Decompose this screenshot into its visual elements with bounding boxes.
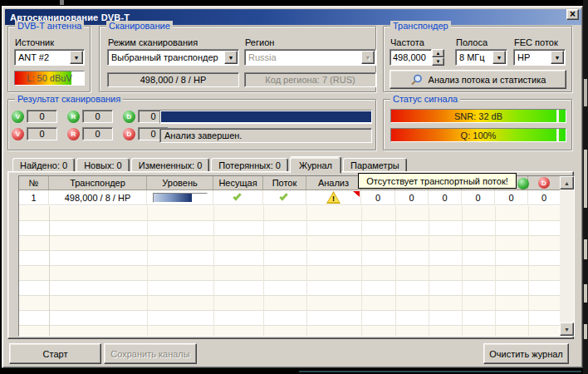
data-lost-icon: D xyxy=(123,128,135,140)
clear-journal-button[interactable]: Очистить журнал xyxy=(483,343,569,364)
frequency-label: Частота xyxy=(390,37,424,47)
bandwidth-combobox[interactable]: 8 МГц xyxy=(455,49,507,66)
background-artifact xyxy=(60,0,64,5)
row-level-bar xyxy=(153,193,208,203)
scroll-down-icon[interactable] xyxy=(560,322,574,336)
screen: Автосканирование DVB-T DVB-T антенна Ист… xyxy=(0,0,588,374)
antenna-group: DVB-T антенна Источник ANT #2 L: 50 dBuV xyxy=(7,26,91,92)
cell-count-2: 0 xyxy=(395,190,429,204)
video-lost-icon: V xyxy=(12,128,24,140)
antenna-level-text: L: 50 dBuV xyxy=(27,73,71,83)
close-icon[interactable] xyxy=(566,9,579,20)
chevron-down-icon xyxy=(361,51,375,64)
analyze-stream-button[interactable]: Анализ потока и статистика xyxy=(390,70,566,89)
scan-status-field: Анализ завершен. xyxy=(159,128,372,143)
title-bar[interactable]: Автосканирование DVB-T xyxy=(5,9,581,25)
scan-result-group-title: Результат сканирования xyxy=(15,94,123,104)
header-carrier[interactable]: Несущая xyxy=(213,176,263,189)
antenna-group-title: DVB-T антенна xyxy=(15,21,84,31)
header-stream[interactable]: Поток xyxy=(263,176,306,189)
frequency-value: 498,000 xyxy=(393,52,426,62)
current-transponder-value: 498,000 / 8 / HP xyxy=(140,75,207,85)
chevron-down-icon[interactable] xyxy=(70,51,83,64)
background-artifact xyxy=(584,79,587,106)
spin-up-icon[interactable] xyxy=(432,49,444,57)
cell-analysis: ! xyxy=(306,190,361,204)
magnifier-icon xyxy=(410,74,423,86)
spin-down-icon[interactable] xyxy=(432,57,444,66)
background-artifact xyxy=(584,239,587,259)
background-window-sliver xyxy=(583,0,588,374)
frequency-input[interactable]: 498,000 xyxy=(390,49,432,66)
bandwidth-value: 8 МГц xyxy=(456,52,492,62)
signal-status-group: Статус сигнала SNR: 32 dB Q: 100% xyxy=(383,99,572,150)
analyze-stream-label: Анализ потока и статистика xyxy=(429,75,546,85)
transponder-group-title: Транспондер xyxy=(390,21,451,31)
video-found-icon: V xyxy=(12,111,24,123)
tab-journal[interactable]: Журнал xyxy=(290,156,341,174)
red-d-icon: D xyxy=(538,177,550,189)
cell-stream xyxy=(263,190,306,204)
quality-text: Q: 100% xyxy=(461,130,497,140)
scroll-up-icon[interactable] xyxy=(560,176,574,189)
clear-journal-label: Очистить журнал xyxy=(489,349,563,359)
scan-mode-label: Режим сканирования xyxy=(108,37,198,47)
start-button[interactable]: Старт xyxy=(9,343,101,364)
frequency-stepper[interactable] xyxy=(432,49,444,66)
save-channels-label: Сохранить каналы xyxy=(110,349,189,359)
check-icon xyxy=(233,192,241,201)
empty-table-rows xyxy=(19,206,561,336)
radio-found-icon: R xyxy=(67,111,80,123)
scan-progress-bar xyxy=(159,110,372,124)
green-header-icon xyxy=(517,178,529,189)
region-label: Регион xyxy=(245,37,274,47)
table-row[interactable]: 1 498,000 / 8 / HP ! xyxy=(19,190,561,205)
header-analysis[interactable]: Анализ xyxy=(306,176,361,189)
chevron-down-icon[interactable] xyxy=(492,51,506,64)
header-transponder[interactable]: Транспондер xyxy=(49,176,147,189)
current-transponder-field: 498,000 / 8 / HP xyxy=(107,72,239,87)
tab-found-label: Найдено: 0 xyxy=(20,160,67,170)
chevron-down-icon[interactable] xyxy=(551,51,564,64)
cell-level xyxy=(147,190,213,204)
video-found-count: 0 xyxy=(27,110,57,123)
quality-marker xyxy=(556,129,559,141)
fec-combobox[interactable]: HP xyxy=(513,49,566,66)
journal-table: № Транспондер Уровень Несущая Поток Анал… xyxy=(18,175,575,337)
header-count-6[interactable]: D xyxy=(528,176,561,189)
quality-bar: Q: 100% xyxy=(390,128,566,142)
region-combobox[interactable]: Russia xyxy=(244,49,376,66)
cell-num: 1 xyxy=(19,190,49,204)
tooltip-text: Отсутствует транспортный поток! xyxy=(366,176,508,186)
cell-count-1: 0 xyxy=(361,190,395,204)
warning-icon: ! xyxy=(326,191,341,204)
vertical-scrollbar[interactable] xyxy=(560,176,574,336)
tooltip-anchor-icon xyxy=(353,191,360,197)
tooltip: Отсутствует транспортный поток! xyxy=(358,173,517,189)
fec-value: HP xyxy=(514,52,550,62)
source-value: ANT #2 xyxy=(15,52,69,62)
tab-lost-label: Потерянных: 0 xyxy=(218,160,281,170)
chevron-down-icon[interactable] xyxy=(224,51,238,64)
header-num[interactable]: № xyxy=(19,176,49,189)
tab-new-label: Новых: 0 xyxy=(84,160,122,170)
cell-count-5: 0 xyxy=(495,190,528,204)
data-found-icon: D xyxy=(123,111,135,123)
start-button-label: Старт xyxy=(43,349,68,359)
scan-mode-combobox[interactable]: Выбранный транспондер xyxy=(107,49,239,66)
save-channels-button[interactable]: Сохранить каналы xyxy=(104,343,197,364)
background-artifact xyxy=(584,150,587,208)
background-artifact xyxy=(299,371,581,372)
cell-transponder: 498,000 / 8 / HP xyxy=(49,190,147,204)
dialog-window: Автосканирование DVB-T DVB-T антенна Ист… xyxy=(2,6,583,368)
snr-text: SNR: 32 dB xyxy=(454,111,502,121)
source-combobox[interactable]: ANT #2 xyxy=(14,49,85,66)
cell-count-6: 0 xyxy=(528,190,561,204)
tab-parameters-label: Параметры xyxy=(350,160,399,170)
scan-result-group: Результат сканирования V 0 R 0 D 0 V 0 R… xyxy=(7,99,376,150)
source-label: Источник xyxy=(15,37,54,47)
cell-count-4: 0 xyxy=(462,190,495,204)
radio-found-count: 0 xyxy=(82,110,113,123)
scan-group-title: Сканирование xyxy=(106,21,173,31)
header-level[interactable]: Уровень xyxy=(147,176,213,189)
